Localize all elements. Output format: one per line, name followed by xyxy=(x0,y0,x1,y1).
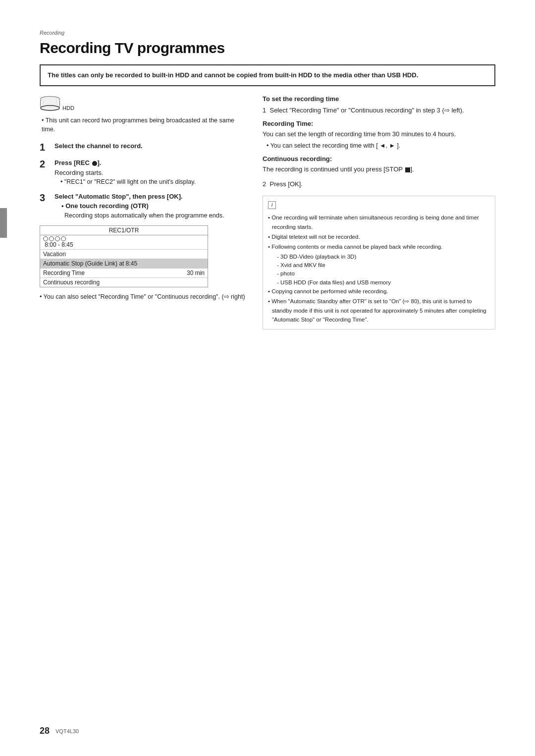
circle-icon-4 xyxy=(61,236,66,241)
hdd-icon-area: HDD xyxy=(40,95,248,111)
otr-row-5-left: Continuous recording xyxy=(43,279,205,286)
right-step-2: 2 Press [OK]. xyxy=(263,179,495,189)
page-number: 28 xyxy=(40,726,50,736)
info-item-5: When "Automatic Standby after OTR" is se… xyxy=(268,297,490,324)
otr-row-4: Recording Time 30 min xyxy=(40,269,208,278)
footer-code: VQT4L30 xyxy=(55,728,79,734)
set-recording-time-heading: To set the recording time xyxy=(263,95,495,103)
circle-icon-1 xyxy=(43,236,48,241)
circle-icon-3 xyxy=(55,236,60,241)
info-sub-4: USB HDD (For data files) and USB memory xyxy=(268,278,490,287)
step-1-content: Select the channel to record. xyxy=(54,141,248,151)
otr-row-2: Vacation xyxy=(40,250,208,259)
step-3-bullet-text: • One touch recording (OTR) xyxy=(61,202,149,210)
info-item-2: Digital teletext will not be recorded. xyxy=(268,232,490,241)
rec-circle-icon xyxy=(92,161,97,166)
step-1-text: Select the channel to record. xyxy=(54,142,143,150)
otr-row-4-right: 30 min xyxy=(187,270,205,276)
step-1-number: 1 xyxy=(40,141,51,153)
right-column: To set the recording time 1 Select "Reco… xyxy=(263,95,495,330)
info-box-icon-row: i xyxy=(268,200,490,211)
otr-row-5: Continuous recording xyxy=(40,278,208,287)
info-sub-1: 3D BD-Video (playback in 3D) xyxy=(268,253,490,261)
svg-point-4 xyxy=(41,106,59,110)
step-2-number: 2 xyxy=(40,158,51,170)
info-icon: i xyxy=(268,201,276,209)
step-3-number: 3 xyxy=(40,192,51,204)
hdd-icon xyxy=(40,95,60,111)
info-sub-2: Xvid and MKV file xyxy=(268,261,490,270)
hdd-note: • This unit can record two programmes be… xyxy=(42,116,248,135)
step-3-desc: Recording stops automatically when the p… xyxy=(64,211,248,220)
step-2: 2 Press [REC ]. Recording starts. "REC1"… xyxy=(40,158,248,187)
continuous-heading: Continuous recording: xyxy=(263,155,495,162)
step-2-sub2: "REC1" or "REC2" will light on the unit'… xyxy=(60,177,248,187)
circle-icon-2 xyxy=(49,236,54,241)
otr-row-2-left: Vacation xyxy=(43,251,205,258)
otr-row-3: Automatic Stop (Guide Link) at 8:45 xyxy=(40,259,208,269)
otr-row-4-left: Recording Time xyxy=(43,270,187,276)
continuous-desc: The recording is continued until you pre… xyxy=(263,164,495,174)
step-3-label: Select "Automatic Stop", then press [OK]… xyxy=(54,193,183,200)
step-3: 3 Select "Automatic Stop", then press [O… xyxy=(40,192,248,220)
recording-time-heading: Recording Time: xyxy=(263,120,495,127)
recording-time-desc: You can set the length of recording time… xyxy=(263,129,495,139)
warning-box: The titles can only be recorded to built… xyxy=(40,64,495,86)
step-2-label: Press [REC ]. xyxy=(54,159,101,166)
otr-row-1: 8:00 - 8:45 xyxy=(40,235,208,250)
otr-row-3-left: Automatic Stop (Guide Link) at 8:45 xyxy=(43,260,205,267)
page: Recording Recording TV programmes The ti… xyxy=(0,0,535,756)
otr-row-1-left: 8:00 - 8:45 xyxy=(43,236,205,248)
info-sub-3: photo xyxy=(268,270,490,278)
step-1: 1 Select the channel to record. xyxy=(40,141,248,153)
step-3-bullet: • One touch recording (OTR) xyxy=(61,201,248,211)
step-2-sub1: Recording starts. xyxy=(54,168,248,178)
hdd-label: HDD xyxy=(62,106,74,111)
breadcrumb: Recording xyxy=(40,30,495,36)
gray-sidebar-tab xyxy=(0,208,7,238)
page-title: Recording TV programmes xyxy=(40,40,495,56)
otr-table: REC1/OTR 8:00 - 8:45 Vac xyxy=(40,225,208,287)
step-2-content: Press [REC ]. Recording starts. "REC1" o… xyxy=(54,158,248,187)
info-item-3: Following contents or media cannot be pl… xyxy=(268,242,490,251)
also-select-note: • You can also select "Recording Time" o… xyxy=(40,292,248,302)
warning-text: The titles can only be recorded to built… xyxy=(48,71,418,79)
left-column: HDD • This unit can record two programme… xyxy=(40,95,248,330)
content-area: HDD • This unit can record two programme… xyxy=(40,95,495,330)
stop-square-icon xyxy=(405,167,410,172)
info-item-4: Copying cannot be performed while record… xyxy=(268,287,490,296)
info-box: i One recording will terminate when simu… xyxy=(263,196,495,329)
otr-circles xyxy=(43,236,205,241)
otr-table-title: REC1/OTR xyxy=(40,226,208,235)
page-footer: 28 VQT4L30 xyxy=(40,726,495,736)
hdd-svg xyxy=(40,95,60,111)
info-item-1: One recording will terminate when simult… xyxy=(268,213,490,231)
step-3-content: Select "Automatic Stop", then press [OK]… xyxy=(54,192,248,220)
right-step-1: 1 Select "Recording Time" or "Continuous… xyxy=(263,106,495,115)
recording-time-note: You can select the recording time with [… xyxy=(267,141,495,151)
hdd-note-text: • This unit can record two programmes be… xyxy=(42,117,234,133)
